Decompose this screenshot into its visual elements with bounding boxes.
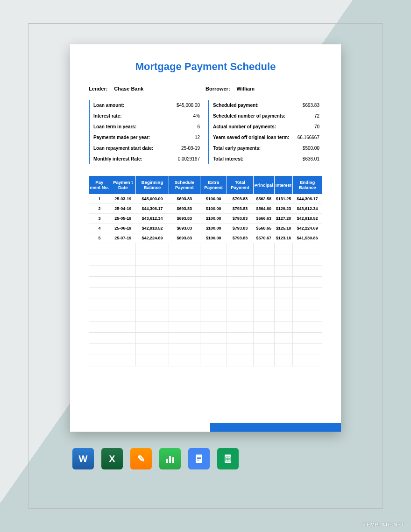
- info-row: Loan term in years:6: [93, 121, 203, 132]
- info-value: 4%: [193, 113, 203, 119]
- table-cell-empty: [169, 343, 200, 355]
- table-cell: $100.00: [200, 194, 227, 204]
- lender-value: Chase Bank: [114, 86, 143, 91]
- table-header-cell: Interest: [274, 176, 292, 194]
- table-cell-empty: [169, 321, 200, 332]
- table-cell-empty: [89, 254, 110, 265]
- pages-icon[interactable]: ✎: [130, 448, 152, 469]
- word-icon[interactable]: W: [72, 448, 94, 469]
- info-value: $500.00: [303, 146, 322, 151]
- info-value: $636.01: [303, 156, 322, 161]
- info-label: Total interest:: [213, 156, 243, 161]
- table-cell-empty: [227, 343, 253, 355]
- table-cell-empty: [274, 243, 292, 254]
- info-label: Loan term in years:: [93, 124, 136, 129]
- table-cell-empty: [110, 321, 136, 332]
- numbers-icon[interactable]: [159, 448, 181, 469]
- table-cell: $44,306.17: [136, 203, 169, 213]
- table-cell-empty: [136, 343, 169, 355]
- table-cell-empty: [293, 355, 322, 366]
- table-cell-empty: [200, 343, 227, 355]
- table-cell-empty: [293, 265, 322, 276]
- table-header-cell: Total Payment: [227, 176, 253, 194]
- table-cell-empty: [274, 276, 292, 287]
- table-cell: $131.25: [274, 194, 292, 204]
- table-cell: 1: [89, 194, 110, 204]
- table-cell: $44,306.17: [293, 194, 322, 204]
- info-row: Monthly interest Rate:0.0029167: [93, 154, 203, 164]
- table-row-empty: [89, 299, 322, 310]
- table-cell-empty: [274, 321, 292, 332]
- google-sheets-icon[interactable]: [217, 448, 239, 469]
- table-cell-empty: [110, 355, 136, 366]
- table-cell-empty: [227, 254, 253, 265]
- schedule-table: Pay ment No.Paymen t DateBeginning Balan…: [89, 176, 322, 366]
- svg-rect-2: [172, 457, 174, 463]
- table-cell-empty: [169, 243, 200, 254]
- table-cell-empty: [253, 287, 274, 299]
- table-cell: $566.63: [253, 213, 274, 223]
- table-cell-empty: [89, 332, 110, 343]
- table-cell: $793.83: [227, 213, 253, 223]
- table-cell-empty: [136, 254, 169, 265]
- table-cell: $42,224.69: [136, 233, 169, 243]
- lender-label: Lender:: [89, 86, 107, 91]
- table-cell-empty: [200, 299, 227, 310]
- excel-icon[interactable]: X: [101, 448, 123, 469]
- table-cell: 25-03-19: [110, 194, 136, 204]
- table-cell-empty: [136, 355, 169, 366]
- table-row-empty: [89, 310, 322, 321]
- info-row: Loan amount:$45,000.00: [93, 100, 203, 111]
- table-cell-empty: [136, 265, 169, 276]
- table-row-empty: [89, 265, 322, 276]
- info-label: Interest rate:: [93, 113, 122, 119]
- borrower-label: Borrower:: [206, 86, 230, 91]
- table-cell-empty: [169, 355, 200, 366]
- table-cell-empty: [253, 243, 274, 254]
- table-cell-empty: [227, 310, 253, 321]
- table-header-cell: Beginning Balance: [136, 176, 169, 194]
- table-cell: $793.83: [227, 233, 253, 243]
- table-row: 425-06-19$42,918.52$693.83$100.00$793.83…: [89, 223, 322, 233]
- info-label: Payments made per year:: [93, 135, 150, 140]
- table-cell: $562.58: [253, 194, 274, 204]
- table-row-empty: [89, 243, 322, 254]
- info-label: Loan amount:: [93, 103, 124, 108]
- table-cell: $45,000.00: [136, 194, 169, 204]
- table-row-empty: [89, 343, 322, 355]
- table-cell: $100.00: [200, 223, 227, 233]
- info-label: Scheduled payment:: [213, 103, 259, 108]
- table-cell-empty: [169, 276, 200, 287]
- info-value: 0.0029167: [178, 156, 203, 161]
- table-cell-empty: [136, 287, 169, 299]
- table-cell-empty: [169, 287, 200, 299]
- table-cell-empty: [253, 310, 274, 321]
- table-cell: $43,612.34: [293, 203, 322, 213]
- info-row: Scheduled payment:$693.83: [213, 100, 322, 111]
- table-cell-empty: [293, 243, 322, 254]
- table-cell-empty: [274, 343, 292, 355]
- table-row-empty: [89, 332, 322, 343]
- table-cell-empty: [200, 310, 227, 321]
- info-value: 66.166667: [298, 135, 322, 140]
- table-row-empty: [89, 254, 322, 265]
- table-cell-empty: [200, 287, 227, 299]
- table-cell-empty: [136, 299, 169, 310]
- table-cell: $693.83: [169, 213, 200, 223]
- table-row: 525-07-19$42,224.69$693.83$100.00$793.83…: [89, 233, 322, 243]
- table-row-empty: [89, 355, 322, 366]
- table-cell: $43,612.34: [136, 213, 169, 223]
- format-icons-row: W X ✎: [72, 448, 239, 469]
- google-docs-icon[interactable]: [188, 448, 210, 469]
- table-cell: 25-06-19: [110, 223, 136, 233]
- table-cell-empty: [200, 355, 227, 366]
- table-header-cell: Schedule Payment: [169, 176, 200, 194]
- table-cell: $693.83: [169, 233, 200, 243]
- svg-rect-1: [169, 456, 171, 463]
- table-cell-empty: [110, 343, 136, 355]
- svg-rect-4: [197, 457, 201, 458]
- table-cell: $693.83: [169, 223, 200, 233]
- table-cell-empty: [293, 310, 322, 321]
- table-cell-empty: [89, 321, 110, 332]
- info-value: 25-03-19: [181, 146, 203, 151]
